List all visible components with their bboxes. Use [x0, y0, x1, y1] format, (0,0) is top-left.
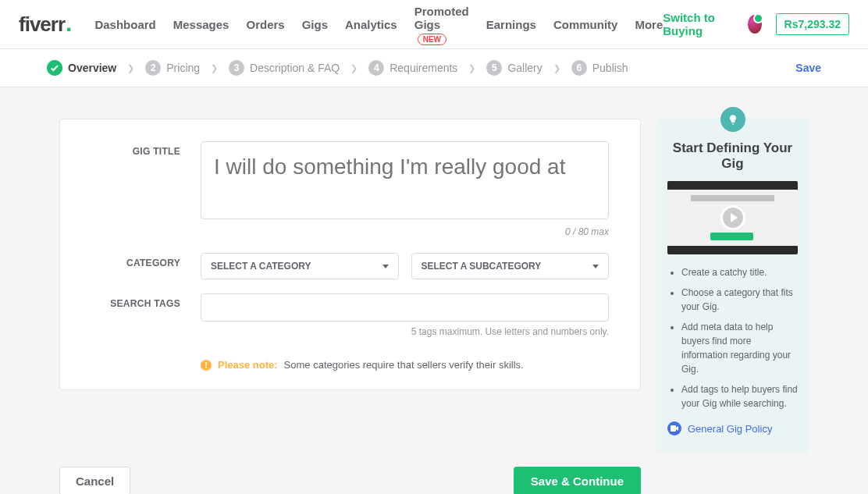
gig-title-input[interactable] [201, 141, 609, 219]
steps-bar: Overview ❯ 2 Pricing ❯ 3 Description & F… [0, 49, 868, 87]
balance-badge[interactable]: Rs7,293.32 [776, 13, 849, 35]
note-label: Please note: [218, 359, 278, 371]
step-number: 4 [368, 60, 384, 76]
avatar[interactable] [748, 15, 762, 34]
step-description[interactable]: 3 Description & FAQ [229, 60, 340, 76]
nav-more[interactable]: More [635, 18, 663, 31]
tags-label: SEARCH TAGS [60, 293, 201, 337]
svg-rect-1 [671, 425, 676, 432]
note-row: ! Please note: Some categories require t… [60, 342, 624, 371]
logo[interactable]: fiverr. [19, 12, 71, 37]
tips-aside: Start Defining Your Gig Create a catchy … [656, 119, 809, 453]
chevron-right-icon: ❯ [211, 63, 218, 73]
play-icon [720, 205, 745, 230]
nav-promoted[interactable]: Promoted Gigs NEW [414, 5, 469, 44]
subcategory-select-value: SELECT A SUBCATEGORY [422, 261, 542, 272]
lightbulb-icon [720, 107, 745, 132]
chevron-down-icon [382, 265, 389, 268]
tags-row: SEARCH TAGS 5 tags maximum. Use letters … [60, 293, 624, 337]
nav-gigs[interactable]: Gigs [302, 18, 328, 31]
form-card: GIG TITLE 0 / 80 max CATEGORY SELECT A C… [59, 119, 641, 390]
category-select[interactable]: SELECT A CATEGORY [201, 253, 399, 279]
switch-to-buying-button[interactable]: Switch to Buying [663, 11, 733, 37]
step-overview[interactable]: Overview [47, 60, 116, 76]
step-label: Pricing [166, 62, 200, 74]
list-item: Add tags to help buyers find your Gig wh… [681, 382, 798, 410]
nav-analytics[interactable]: Analytics [345, 18, 397, 31]
tags-input[interactable] [201, 293, 609, 322]
policy-label: General Gig Policy [688, 423, 772, 435]
subcategory-select[interactable]: SELECT A SUBCATEGORY [411, 253, 610, 279]
cancel-button[interactable]: Cancel [59, 467, 130, 494]
tags-hint: 5 tags maximum. Use letters and numbers … [201, 326, 609, 337]
tags-field: 5 tags maximum. Use letters and numbers … [201, 293, 624, 337]
step-number: 6 [571, 60, 587, 76]
step-gallery[interactable]: 5 Gallery [486, 60, 542, 76]
logo-text: fiverr [19, 12, 65, 37]
save-link[interactable]: Save [795, 62, 821, 74]
nav-community[interactable]: Community [553, 18, 618, 31]
step-pricing[interactable]: 2 Pricing [145, 60, 200, 76]
step-label: Requirements [390, 62, 457, 74]
step-label: Gallery [507, 62, 542, 74]
gig-title-label: GIG TITLE [60, 141, 201, 237]
category-row: CATEGORY SELECT A CATEGORY SELECT A SUBC… [60, 253, 624, 279]
step-publish[interactable]: 6 Publish [571, 60, 628, 76]
video-icon [667, 421, 681, 435]
checkmark-icon [47, 60, 62, 76]
gig-title-field: 0 / 80 max [201, 141, 624, 237]
page-body: GIG TITLE 0 / 80 max CATEGORY SELECT A C… [0, 87, 868, 494]
video-thumbnail[interactable] [667, 181, 798, 254]
header-right: Switch to Buying Rs7,293.32 [663, 11, 849, 37]
char-count: 0 / 80 max [201, 226, 609, 237]
warning-icon: ! [201, 360, 212, 371]
chevron-right-icon: ❯ [350, 63, 358, 73]
list-item: Add meta data to help buyers find more i… [681, 320, 798, 376]
nav-promoted-label: Promoted Gigs [414, 5, 469, 31]
list-item: Create a catchy title. [681, 265, 798, 279]
bottom-actions: Cancel Save & Continue [59, 467, 809, 494]
step-number: 5 [486, 60, 502, 76]
nav-messages[interactable]: Messages [173, 18, 229, 31]
gig-title-row: GIG TITLE 0 / 80 max [60, 141, 624, 237]
chevron-right-icon: ❯ [468, 63, 475, 73]
main-header: fiverr. Dashboard Messages Orders Gigs A… [0, 0, 868, 49]
category-label: CATEGORY [60, 253, 201, 279]
step-requirements[interactable]: 4 Requirements [368, 60, 457, 76]
main-nav: Dashboard Messages Orders Gigs Analytics… [94, 5, 663, 44]
step-number: 2 [145, 60, 161, 76]
step-label: Description & FAQ [250, 62, 340, 74]
nav-orders[interactable]: Orders [246, 18, 284, 31]
nav-dashboard[interactable]: Dashboard [94, 18, 155, 31]
step-label: Overview [68, 62, 116, 74]
form-container: GIG TITLE 0 / 80 max CATEGORY SELECT A C… [59, 119, 809, 453]
chevron-right-icon: ❯ [127, 63, 134, 73]
note-text: Some categories require that sellers ver… [284, 359, 524, 371]
step-number: 3 [229, 60, 244, 76]
tips-list: Create a catchy title. Choose a category… [667, 265, 798, 410]
chevron-down-icon [592, 265, 599, 268]
aside-title: Start Defining Your Gig [667, 140, 798, 172]
policy-link[interactable]: General Gig Policy [667, 421, 798, 435]
nav-earnings[interactable]: Earnings [486, 18, 536, 31]
step-label: Publish [592, 62, 628, 74]
category-select-value: SELECT A CATEGORY [211, 261, 311, 272]
category-field: SELECT A CATEGORY SELECT A SUBCATEGORY [201, 253, 624, 279]
save-continue-button[interactable]: Save & Continue [514, 467, 641, 494]
list-item: Choose a category that fits your Gig. [681, 286, 798, 314]
chevron-right-icon: ❯ [553, 63, 560, 73]
new-badge: NEW [418, 34, 446, 45]
